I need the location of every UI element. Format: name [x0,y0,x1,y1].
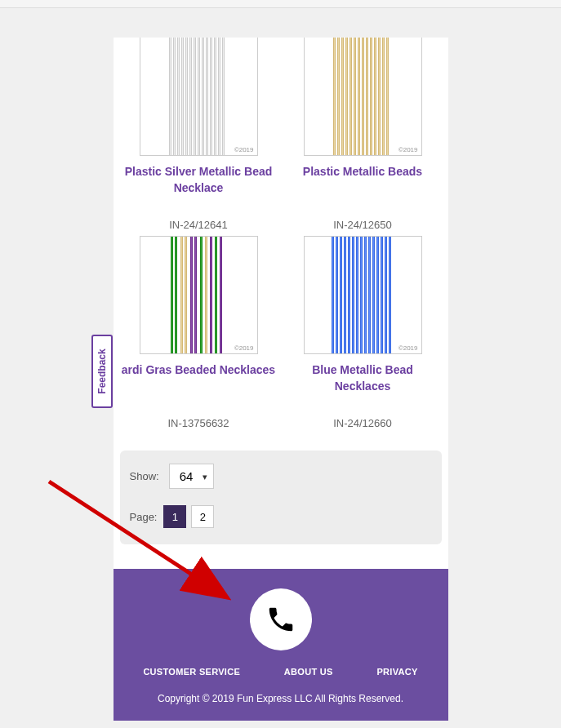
top-toolbar [0,0,561,8]
feedback-label: Feedback [96,348,108,393]
product-card: ©2019 Plastic Metallic Beads [285,38,440,196]
main-content: ©2019 Plastic Silver Metallic Bead Neckl… [114,38,448,721]
product-sku: IN-13756632 [121,417,276,429]
beads-gold-icon [330,38,395,155]
about-us-link[interactable]: ABOUT US [284,667,333,677]
product-image[interactable]: ©2019 [140,38,258,156]
show-row: Show: 64 [130,464,432,489]
product-title-link[interactable]: Plastic Metallic Beads [285,164,440,180]
show-select[interactable]: 64 [169,464,214,489]
beads-mardigras-icon [166,237,231,353]
product-title-link[interactable]: Plastic Silver Metallic Bead Necklace [121,164,276,196]
pagination-controls: Show: 64 Page: 1 2 [120,451,442,544]
product-card: IN-24/12660 [285,411,440,434]
image-copyright: ©2019 [398,146,418,153]
product-card: IN-24/12641 ©2019 ardi Gras Beade [121,212,276,394]
customer-service-link[interactable]: CUSTOMER SERVICE [143,667,240,677]
page-2-button[interactable]: 2 [191,505,214,528]
phone-icon [265,604,296,635]
product-image[interactable]: ©2019 [304,38,422,156]
page-row: Page: 1 2 [130,505,432,528]
products-grid: ©2019 Plastic Silver Metallic Bead Neckl… [114,38,448,451]
product-sku: IN-24/12641 [121,219,276,231]
product-title-link[interactable]: ardi Gras Beaded Necklaces [121,362,276,379]
footer: CUSTOMER SERVICE ABOUT US PRIVACY Copyri… [114,569,448,721]
footer-links: CUSTOMER SERVICE ABOUT US PRIVACY [122,667,440,677]
product-sku: IN-24/12650 [285,219,440,231]
product-card: ©2019 Plastic Silver Metallic Bead Neckl… [121,38,276,196]
show-select-wrapper: 64 [169,464,214,489]
copyright-text: Copyright © 2019 Fun Express LLC All Rig… [122,693,440,704]
phone-button[interactable] [250,588,312,650]
beads-silver-icon [166,38,231,155]
image-copyright: ©2019 [234,146,254,153]
product-image[interactable]: ©2019 [304,236,422,354]
show-label: Show: [130,470,159,482]
image-copyright: ©2019 [234,344,254,352]
product-sku: IN-24/12660 [285,417,440,429]
feedback-tab[interactable]: Feedback [91,335,113,408]
page-1-button[interactable]: 1 [163,505,186,528]
product-title-link[interactable]: Blue Metallic Bead Necklaces [285,362,440,394]
product-image[interactable]: ©2019 [140,236,258,354]
product-card: IN-24/12650 [285,212,440,394]
product-card: IN-13756632 [121,411,276,434]
beads-blue-icon [330,237,395,353]
page-label: Page: [130,511,158,523]
privacy-link[interactable]: PRIVACY [376,667,417,677]
image-copyright: ©2019 [398,344,418,352]
